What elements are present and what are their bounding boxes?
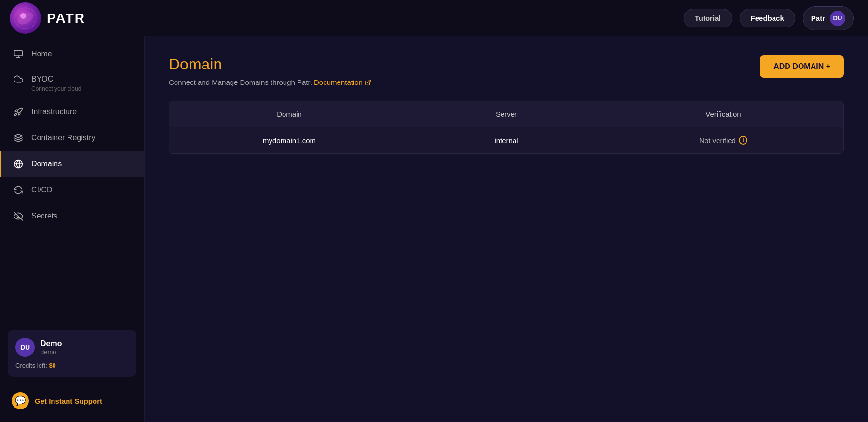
sidebar-item-byoc[interactable]: BYOC Connect your cloud <box>0 67 144 99</box>
credits-line: Credits left: $0 <box>15 362 129 369</box>
tutorial-button[interactable]: Tutorial <box>684 9 732 27</box>
sidebar-bottom: DU Demo demo Credits left: $0 <box>0 322 144 384</box>
sidebar-item-home[interactable]: Home <box>0 41 144 67</box>
main-layout: Home BYOC Connect your cloud Infrastruct… <box>0 36 868 422</box>
svg-point-2 <box>20 13 26 19</box>
svg-rect-3 <box>14 51 23 56</box>
sidebar-item-container-registry[interactable]: Container Registry <box>0 125 144 151</box>
globe-icon <box>13 159 24 169</box>
page-header: Domain Connect and Manage Domains throug… <box>169 55 844 86</box>
add-domain-button[interactable]: ADD DOMAIN + <box>760 55 844 78</box>
table-cell-server: internal <box>398 136 615 145</box>
sidebar-item-cicd[interactable]: CI/CD <box>0 177 144 203</box>
user-card: DU Demo demo Credits left: $0 <box>8 330 136 377</box>
page-subtitle: Connect and Manage Domains through Patr.… <box>169 78 371 86</box>
page-header-left: Domain Connect and Manage Domains throug… <box>169 55 371 86</box>
svg-marker-6 <box>14 134 23 138</box>
table-col-server: Server <box>398 110 615 118</box>
svg-line-10 <box>367 80 370 82</box>
sidebar-item-byoc-label: BYOC <box>31 75 53 83</box>
table-cell-verification: Not verified i <box>615 136 832 145</box>
logo-icon <box>10 2 41 34</box>
support-icon: 💬 <box>12 392 29 409</box>
user-display-name: Demo <box>41 340 62 348</box>
support-label: Get Instant Support <box>35 397 102 405</box>
rocket-icon <box>13 107 24 117</box>
sidebar-item-infrastructure[interactable]: Infrastructure <box>0 99 144 125</box>
sidebar-item-infrastructure-label: Infrastructure <box>31 108 77 116</box>
sidebar-item-byoc-sublabel: Connect your cloud <box>13 85 133 92</box>
monitor-icon <box>13 49 24 59</box>
info-icon[interactable]: i <box>739 136 747 145</box>
sidebar-item-cicd-label: CI/CD <box>31 186 53 194</box>
user-avatar: DU <box>15 338 35 357</box>
logo-text: PATR <box>47 11 85 26</box>
sidebar-item-secrets-label: Secrets <box>31 212 57 220</box>
page-title: Domain <box>169 55 371 73</box>
table-cell-domain: mydomain1.com <box>181 136 398 145</box>
cloud-icon <box>13 74 24 84</box>
svg-point-1 <box>15 10 35 27</box>
user-menu-button[interactable]: Patr DU <box>803 6 854 30</box>
user-info: Demo demo <box>41 340 62 355</box>
logo-area: PATR <box>0 0 145 36</box>
table-col-verification: Verification <box>615 110 832 118</box>
credits-amount: $0 <box>49 362 55 369</box>
top-header: PATR Tutorial Feedback Patr DU <box>0 0 868 36</box>
verification-status: Not verified i <box>699 136 747 145</box>
user-label: Patr <box>811 14 825 22</box>
sidebar-item-home-label: Home <box>31 50 52 58</box>
user-avatar-small: DU <box>830 11 845 26</box>
domain-table: Domain Server Verification mydomain1.com… <box>169 101 844 154</box>
sidebar-item-domains[interactable]: Domains <box>0 151 144 177</box>
user-card-top: DU Demo demo <box>15 338 129 357</box>
table-header: Domain Server Verification <box>169 101 843 127</box>
documentation-link[interactable]: Documentation <box>314 78 371 86</box>
sidebar-item-secrets[interactable]: Secrets <box>0 203 144 229</box>
eye-off-icon <box>13 211 24 221</box>
user-username: demo <box>41 348 62 355</box>
sidebar-item-container-registry-label: Container Registry <box>31 134 95 142</box>
sidebar-item-domains-label: Domains <box>31 160 62 168</box>
sidebar: Home BYOC Connect your cloud Infrastruct… <box>0 36 145 422</box>
layers-icon <box>13 133 24 143</box>
table-col-domain: Domain <box>181 110 398 118</box>
feedback-button[interactable]: Feedback <box>740 9 795 27</box>
refresh-icon <box>13 185 24 195</box>
table-row[interactable]: mydomain1.com internal Not verified i <box>169 127 843 153</box>
support-button[interactable]: 💬 Get Instant Support <box>0 384 144 417</box>
main-content: Domain Connect and Manage Domains throug… <box>145 36 868 422</box>
